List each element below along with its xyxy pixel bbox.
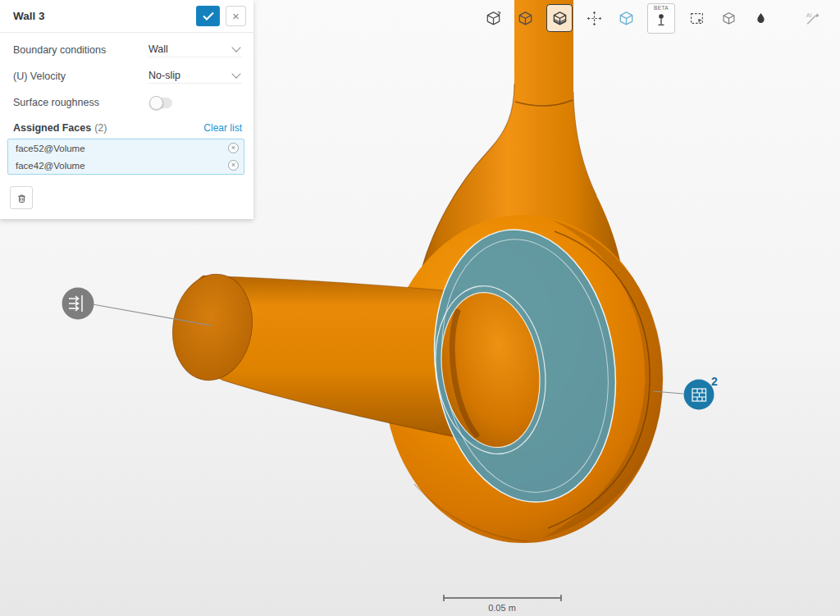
surface-roughness-toggle[interactable] (150, 98, 172, 108)
face-list-item[interactable]: face42@Volume × (8, 157, 244, 174)
panel-title: Wall 3 (13, 10, 196, 22)
transparent-geometry-icon[interactable] (615, 6, 637, 30)
probe-point-icon (654, 11, 669, 29)
face-name: face52@Volume (16, 144, 85, 153)
hide-selection-icon[interactable] (718, 6, 739, 30)
velocity-label: (U) Velocity (13, 71, 148, 82)
scale-bar-label: 0.05 m (488, 603, 516, 613)
section-clip-icon[interactable] (546, 4, 573, 32)
boundary-conditions-label: Boundary conditions (13, 44, 148, 56)
close-icon: × (232, 10, 240, 22)
velocity-inlet-marker[interactable] (62, 288, 94, 320)
wall-badge-count: 2 (711, 375, 718, 388)
viewer-toolbar: BETA AI (482, 2, 824, 34)
apply-button[interactable] (196, 6, 220, 26)
assigned-faces-count: (2) (94, 122, 107, 134)
probe-point-beta-button[interactable]: BETA (647, 3, 675, 34)
velocity-row: (U) Velocity No-slip (7, 63, 244, 89)
check-icon (203, 11, 214, 21)
boundary-conditions-value: Wall (148, 43, 168, 55)
toggle-knob (149, 96, 163, 110)
standard-views-icon[interactable] (514, 6, 536, 30)
face-list-item[interactable]: face52@Volume × (8, 139, 244, 157)
trash-icon (16, 191, 28, 204)
clear-list-link[interactable]: Clear list (203, 122, 242, 134)
wall-marker[interactable]: 2 (684, 375, 719, 410)
boundary-condition-panel: Wall 3 × Boundary conditions Wall (U) Ve… (0, 0, 253, 219)
remove-face-button[interactable]: × (228, 160, 239, 171)
boundary-conditions-row: Boundary conditions Wall (7, 37, 244, 63)
scale-bar: 0.05 m (444, 595, 561, 613)
chevron-down-icon (231, 69, 240, 78)
velocity-value: No-slip (148, 70, 180, 81)
fit-view-icon[interactable] (482, 6, 504, 30)
velocity-select[interactable]: No-slip (148, 70, 242, 84)
ai-annotation-icon[interactable]: AI (802, 6, 824, 30)
close-button[interactable]: × (226, 6, 246, 26)
box-select-icon[interactable] (686, 6, 707, 30)
assigned-faces-header: Assigned Faces (2) Clear list (7, 116, 244, 139)
face-name: face42@Volume (16, 161, 85, 171)
boundary-conditions-select[interactable]: Wall (148, 43, 242, 57)
surface-roughness-label: Surface roughness (13, 97, 148, 108)
delete-button[interactable] (10, 186, 33, 209)
remove-face-button[interactable]: × (228, 143, 239, 153)
chevron-down-icon (231, 43, 240, 52)
move-entity-icon[interactable] (583, 6, 605, 30)
pick-point-icon[interactable] (750, 6, 771, 30)
beta-label: BETA (654, 5, 669, 11)
svg-text:AI: AI (806, 12, 812, 18)
assigned-faces-label: Assigned Faces (13, 122, 91, 134)
surface-roughness-row: Surface roughness (7, 89, 244, 116)
assigned-faces-list: face52@Volume × face42@Volume × (7, 139, 244, 175)
panel-header: Wall 3 × (0, 0, 253, 32)
